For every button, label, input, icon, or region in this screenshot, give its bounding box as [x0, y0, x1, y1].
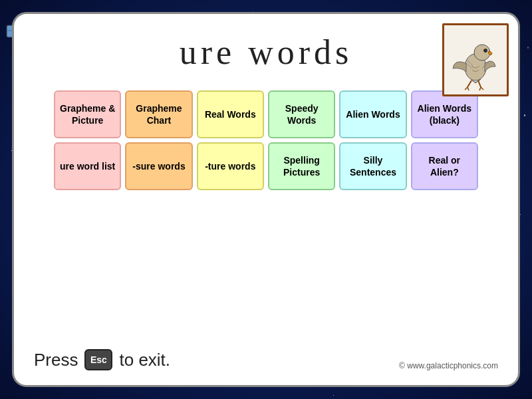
svg-line-28	[467, 80, 471, 87]
footer: Press Esc to exit.	[34, 349, 170, 370]
bird-image	[448, 29, 504, 92]
activity-grid: Grapheme & PictureGrapheme ChartReal Wor…	[54, 90, 478, 190]
svg-line-29	[465, 87, 467, 90]
alien-words-black-button[interactable]: Alien Words (black)	[411, 90, 478, 138]
silly-sentences-button[interactable]: Silly Sentences	[339, 142, 406, 190]
svg-point-27	[485, 50, 486, 51]
svg-line-32	[481, 87, 483, 90]
svg-line-31	[478, 80, 481, 87]
star	[253, 11, 253, 11]
copyright: © www.galacticphonics.com	[399, 361, 498, 370]
spelling-pictures-button[interactable]: Spelling Pictures	[268, 142, 335, 190]
bird-frame	[442, 23, 509, 96]
svg-line-33	[479, 87, 481, 90]
speedy-words-button[interactable]: Speedy Words	[268, 90, 335, 138]
star	[527, 47, 529, 49]
ure-word-list-button[interactable]: ure word list	[54, 142, 121, 190]
svg-line-30	[467, 87, 469, 90]
ture-words-button[interactable]: -ture words	[197, 142, 264, 190]
exit-label: to exit.	[119, 350, 170, 370]
real-words-button[interactable]: Real Words	[197, 90, 264, 138]
press-label: Press	[34, 350, 78, 370]
alien-words-button[interactable]: Alien Words	[339, 90, 406, 138]
star	[333, 395, 334, 396]
real-or-alien-button[interactable]: Real or Alien?	[411, 142, 478, 190]
star	[524, 114, 525, 116]
esc-key[interactable]: Esc	[84, 349, 112, 370]
svg-point-25	[474, 45, 490, 61]
main-card: ure words Grapheme & PictureGrapheme Cha…	[12, 12, 520, 387]
grapheme-picture-button[interactable]: Grapheme & Picture	[54, 90, 121, 138]
grapheme-chart-button[interactable]: Grapheme Chart	[125, 90, 192, 138]
sure-words-button[interactable]: -sure words	[125, 142, 192, 190]
